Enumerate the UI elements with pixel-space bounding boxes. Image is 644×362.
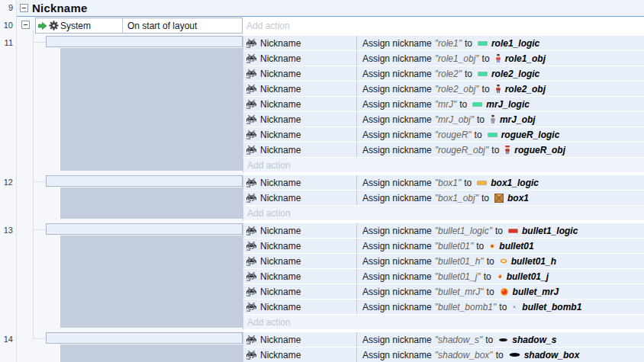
add-action-link[interactable]: Add action	[243, 315, 644, 330]
action-row[interactable]: NicknameAssign nickname"bullet_bomb1"tob…	[243, 300, 644, 315]
collapse-event-icon[interactable]	[21, 21, 30, 29]
action-row[interactable]: NicknameAssign nickname"bullet_mrJ"tobul…	[243, 284, 644, 300]
bullet-oval-icon	[500, 258, 507, 264]
action-object-label: Nickname	[260, 84, 301, 95]
action-column-divider	[356, 51, 357, 66]
condition-row[interactable]: System On start of layout	[35, 18, 243, 34]
action-text: Assign nickname"rougeR"torogueR_logic	[362, 130, 559, 140]
assign-label: Assign nickname	[362, 193, 432, 203]
collapse-group-icon[interactable]	[20, 4, 28, 12]
nickname-string: "rougeR_obj"	[435, 145, 489, 155]
nickname-plugin-icon	[246, 130, 256, 139]
empty-condition-box[interactable]	[46, 223, 243, 235]
event-number: 9	[0, 3, 13, 12]
sprite-mrj-icon	[490, 115, 496, 123]
action-object-label: Nickname	[260, 130, 301, 140]
bullet-speck-icon	[512, 304, 518, 310]
assign-label: Assign nickname	[362, 226, 432, 236]
action-object-label: Nickname	[260, 350, 301, 360]
nickname-string: "shadow_s"	[435, 335, 483, 345]
assign-label: Assign nickname	[362, 178, 432, 188]
action-object-label: Nickname	[260, 178, 301, 188]
action-row[interactable]: NicknameAssign nickname"shadow_box"tosha…	[243, 348, 644, 362]
action-column-divider	[356, 284, 357, 299]
assign-label: Assign nickname	[362, 38, 432, 49]
empty-condition-box[interactable]	[46, 36, 243, 47]
add-action-link[interactable]: Add action	[243, 158, 644, 173]
gear-icon	[49, 21, 59, 30]
nickname-plugin-icon	[246, 272, 256, 281]
nickname-plugin-icon	[246, 303, 256, 312]
action-row[interactable]: NicknameAssign nickname"role2"torole2_lo…	[243, 66, 644, 82]
empty-condition-box[interactable]	[46, 332, 243, 344]
target-object-name: bullet01_j	[507, 271, 549, 282]
action-text: Assign nickname"shadow_box"toshadow_box	[362, 350, 579, 360]
to-label: to	[475, 130, 482, 140]
action-text: Assign nickname"shadow_s"toshadow_s	[362, 335, 556, 345]
add-action-link[interactable]: Add action	[243, 206, 644, 221]
event-margin-block	[60, 187, 243, 219]
condition-text-cell[interactable]: On start of layout	[123, 18, 197, 33]
nickname-string: "box1_obj"	[435, 193, 478, 203]
assign-label: Assign nickname	[362, 350, 432, 360]
action-row[interactable]: NicknameAssign nickname"role2_obj"torole…	[243, 82, 644, 97]
target-object-name: bullet_mrJ	[513, 287, 559, 297]
action-text: Assign nickname"bullet01"tobullet01	[362, 241, 534, 251]
target-object-name: role2_logic	[491, 69, 539, 79]
action-row[interactable]: NicknameAssign nickname"role1"torole1_lo…	[243, 36, 644, 51]
tree-line	[33, 30, 34, 338]
action-object-label: Nickname	[260, 226, 301, 236]
nickname-plugin-icon	[246, 257, 256, 266]
action-row[interactable]: NicknameAssign nickname"role1_obj"torole…	[243, 51, 644, 66]
logic-green-icon	[478, 72, 488, 76]
nickname-string: "bullet01_h"	[435, 256, 484, 267]
assign-label: Assign nickname	[362, 69, 432, 79]
group-header[interactable]: Nickname	[17, 0, 644, 17]
nickname-plugin-icon	[246, 287, 256, 296]
nickname-string: "bullet01_j"	[435, 271, 481, 282]
event-margin-block	[60, 48, 243, 171]
action-row[interactable]: NicknameAssign nickname"mrJ_obj"tomrJ_ob…	[243, 112, 644, 127]
event-margin-block	[60, 235, 243, 328]
nickname-string: "rougeR"	[435, 130, 472, 140]
nickname-string: "role2"	[435, 69, 462, 79]
shadow-small-icon	[498, 338, 508, 342]
action-column-divider	[356, 223, 357, 238]
action-row[interactable]: NicknameAssign nickname"mrJ"tomrJ_logic	[243, 97, 644, 112]
event-number: 10	[0, 21, 13, 30]
action-row[interactable]: NicknameAssign nickname"rougeR"torogueR_…	[243, 127, 644, 143]
action-column-divider	[356, 191, 357, 205]
nickname-plugin-icon	[246, 226, 256, 235]
to-label: to	[477, 114, 485, 125]
tree-line	[33, 181, 46, 182]
empty-condition-box[interactable]	[46, 175, 243, 187]
action-text: Assign nickname"bullet01_j"tobullet01_j	[362, 271, 549, 282]
action-row[interactable]: NicknameAssign nickname"bullet1_logic"to…	[243, 223, 644, 239]
logic-green-icon	[472, 102, 482, 107]
action-row[interactable]: NicknameAssign nickname"box1"tobox1_logi…	[243, 175, 644, 191]
nickname-plugin-icon	[246, 351, 256, 360]
action-row[interactable]: NicknameAssign nickname"box1_obj"tobox1	[243, 191, 644, 206]
bullet-ball-icon	[500, 287, 509, 296]
add-action-link[interactable]: Add action	[243, 18, 644, 34]
action-text: Assign nickname"rougeR_obj"torogueR_obj	[362, 145, 565, 155]
nickname-string: "mrJ_obj"	[435, 114, 474, 125]
action-row[interactable]: NicknameAssign nickname"bullet01_j"tobul…	[243, 269, 644, 284]
to-label: to	[481, 193, 489, 203]
event-margin-block	[60, 344, 243, 362]
action-text: Assign nickname"box1_obj"tobox1	[362, 193, 529, 203]
nickname-plugin-icon	[246, 146, 256, 155]
action-row[interactable]: NicknameAssign nickname"rougeR_obj"torog…	[243, 143, 644, 158]
condition-object-cell[interactable]: System	[36, 18, 123, 33]
to-label: to	[499, 302, 507, 312]
nickname-string: "bullet01"	[435, 241, 474, 251]
target-object-name: bullet1_logic	[522, 226, 578, 236]
assign-label: Assign nickname	[362, 99, 432, 110]
action-object-label: Nickname	[260, 241, 301, 251]
action-row[interactable]: NicknameAssign nickname"bullet01"tobulle…	[243, 239, 644, 254]
assign-label: Assign nickname	[362, 256, 432, 267]
to-label: to	[487, 256, 494, 267]
action-column-divider	[356, 300, 357, 314]
action-row[interactable]: NicknameAssign nickname"shadow_s"toshado…	[243, 332, 644, 348]
action-row[interactable]: NicknameAssign nickname"bullet01_h"tobul…	[243, 254, 644, 269]
